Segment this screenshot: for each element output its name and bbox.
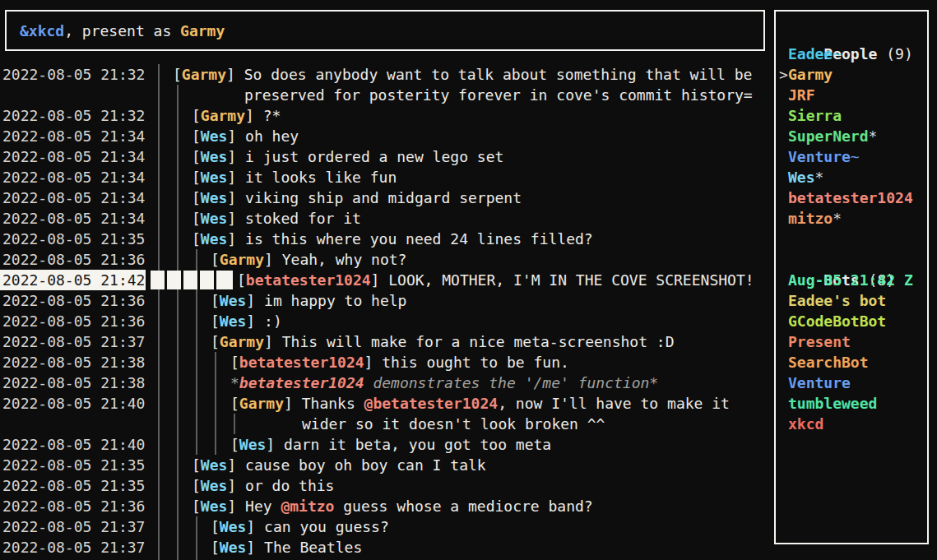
bot-list-item[interactable]: Present <box>788 331 927 352</box>
user-name: Present <box>788 333 851 350</box>
chat-row[interactable]: 2022-08-05 21:37[Wes] The Beatles <box>0 537 772 558</box>
username: Wes <box>239 436 267 453</box>
message-segment: The Beatles <box>264 539 362 556</box>
user-name: Garmy <box>788 66 833 83</box>
message-segment: [ <box>230 395 239 412</box>
message-segment: ] <box>371 271 389 289</box>
persona-name: Garmy <box>180 22 225 39</box>
chat-row[interactable]: wider so it doesn't look broken ^^ <box>0 414 772 434</box>
chat-row[interactable]: 2022-08-05 21:35[Wes] or do this <box>0 475 772 496</box>
user-name: betatester1024 <box>788 189 913 206</box>
user-name: Sierra <box>788 107 842 124</box>
timestamp: 2022-08-05 21:35 <box>0 455 146 475</box>
timestamp: 2022-08-05 21:37 <box>0 516 146 537</box>
chat-row[interactable]: 2022-08-05 21:35[Wes] is this where you … <box>0 229 772 249</box>
chat-row[interactable]: 2022-08-05 21:36[Wes] Hey @mitzo guess w… <box>0 496 772 516</box>
message-segment: [ <box>211 292 220 309</box>
user-name: Eadee <box>788 45 833 62</box>
chat-row[interactable]: 2022-08-05 21:37[Garmy] This will make f… <box>0 331 772 352</box>
username: Wes <box>220 539 247 556</box>
people-list-item[interactable]: mitzo* <box>788 208 927 229</box>
username: @betatester1024 <box>364 395 499 412</box>
chat-row[interactable]: 2022-08-05 21:34[Wes] viking ship and mi… <box>0 187 772 208</box>
message-text: [Wes] stoked for it <box>192 208 361 229</box>
user-list-panel: People (9) Eadee~>GarmyJRFSierraSuperNer… <box>774 10 929 544</box>
chat-row[interactable]: 2022-08-05 21:40[Garmy] Thanks @betatest… <box>0 393 772 414</box>
message-text: [Wes] oh hey <box>192 126 299 146</box>
selection-gutter-block <box>151 271 165 289</box>
timestamp: 2022-08-05 21:40 <box>0 434 146 455</box>
bots-list: Aug-05 21:42 ZEadee's botGCodeBotBotPres… <box>788 270 927 434</box>
chat-row[interactable]: 2022-08-05 21:34[Wes] stoked for it <box>0 208 772 229</box>
people-list-item[interactable]: JRF <box>788 85 927 105</box>
message-segment: [ <box>211 312 220 330</box>
message-segment: Yeah, why not? <box>282 251 407 268</box>
message-segment: [ <box>192 107 201 124</box>
user-name: Venture <box>788 148 851 165</box>
message-text: [Wes] viking ship and midgard serpent <box>192 187 522 208</box>
chat-row[interactable]: 2022-08-05 21:34[Wes] it looks like fun <box>0 167 772 187</box>
bot-list-item[interactable]: Eadee's bot <box>788 290 927 311</box>
chat-row[interactable]: 2022-08-05 21:36[Wes] :) <box>0 311 772 331</box>
user-name: mitzo <box>788 210 833 227</box>
message-text: [Wes] :) <box>211 311 282 331</box>
message-segment: im happy to help <box>264 292 406 309</box>
status-bar-text: , present as <box>64 22 180 39</box>
username: betatester1024 <box>246 271 371 289</box>
chat-row[interactable]: 2022-08-05 21:35[Wes] cause boy oh boy c… <box>0 455 772 475</box>
username: Garmy <box>201 107 245 124</box>
timestamp: 2022-08-05 21:34 <box>0 146 146 167</box>
chat-row[interactable]: 2022-08-05 21:34[Wes] i just ordered a n… <box>0 146 772 167</box>
bot-list-item[interactable]: Aug-05 21:42 Z <box>788 270 927 290</box>
message-text: [Garmy] Thanks @betatester1024, now I'll… <box>230 393 730 414</box>
username: Wes <box>201 230 228 248</box>
chat-row[interactable]: 2022-08-05 21:40[Wes] darn it beta, you … <box>0 434 772 455</box>
current-user-cursor-icon: > <box>779 64 788 85</box>
message-segment: So does anybody want to talk about somet… <box>244 66 753 83</box>
chat-row[interactable]: preserved for posterity forever in cove'… <box>0 85 772 105</box>
chat-row[interactable]: 2022-08-05 21:38*betatester1024 demonstr… <box>0 373 772 393</box>
people-list-item[interactable]: >Garmy <box>788 64 927 85</box>
people-list-item[interactable]: betatester1024 <box>788 187 927 208</box>
bot-list-item[interactable]: GCodeBotBot <box>788 311 927 331</box>
people-list-item[interactable]: Eadee~ <box>788 44 927 64</box>
message-text: [Wes] or do this <box>192 475 334 496</box>
message-segment: LOOK, MOTHER, I'M IN THE COVE SCREENSHOT… <box>388 271 754 289</box>
message-text: [Wes] cause boy oh boy can I talk <box>192 455 486 475</box>
username: Garmy <box>182 66 226 83</box>
user-name: SuperNerd <box>788 127 869 145</box>
people-list-item[interactable]: Venture~ <box>788 146 927 167</box>
bot-list-item[interactable]: tumbleweed <box>788 393 927 414</box>
people-list-item[interactable]: Wes* <box>788 167 927 187</box>
people-list-item[interactable]: Sierra <box>788 105 927 126</box>
chat-row[interactable]: 2022-08-05 21:32[Garmy] So does anybody … <box>0 64 772 85</box>
timestamp: 2022-08-05 21:36 <box>0 249 146 270</box>
people-list-item[interactable]: SuperNerd* <box>788 126 927 146</box>
message-text: [Garmy] This will make for a nice meta-s… <box>211 331 675 352</box>
message-segment: [ <box>230 436 239 453</box>
people-section-title: People (9) <box>788 23 927 44</box>
bot-list-item[interactable]: SearchBot <box>788 352 927 373</box>
user-name: tumbleweed <box>788 395 877 412</box>
selection-gutter-block <box>183 271 197 289</box>
message-segment: [ <box>192 189 201 206</box>
chat-row[interactable]: 2022-08-05 21:32[Garmy] ?* <box>0 105 772 126</box>
chat-row[interactable]: 2022-08-05 21:36[Wes] im happy to help <box>0 290 772 311</box>
timestamp: 2022-08-05 21:38 <box>0 352 146 373</box>
chat-row[interactable]: 2022-08-05 21:34[Wes] oh hey <box>0 126 772 146</box>
chat-row[interactable]: 2022-08-05 21:36[Garmy] Yeah, why not? <box>0 249 772 270</box>
timestamp: 2022-08-05 21:38 <box>0 373 146 393</box>
timestamp: 2022-08-05 21:34 <box>0 208 146 229</box>
bot-list-item[interactable]: Venture <box>788 373 927 393</box>
chat-row-selected[interactable]: 2022-08-05 21:42[betatester1024] LOOK, M… <box>0 270 772 290</box>
bot-list-item[interactable]: xkcd <box>788 414 927 434</box>
chat-row[interactable]: 2022-08-05 21:37[Wes] can you guess? <box>0 516 772 537</box>
chat-row[interactable]: 2022-08-05 21:38[betatester1024] this ou… <box>0 352 772 373</box>
channel-name: &xkcd <box>20 22 64 39</box>
message-segment: [ <box>211 539 220 556</box>
message-segment: , now I'll have to make it <box>498 395 730 412</box>
message-segment: it looks like fun <box>245 169 397 186</box>
message-segment: Thanks <box>302 395 364 412</box>
message-segment: stoked for it <box>245 210 361 227</box>
message-segment: ] <box>364 354 383 371</box>
